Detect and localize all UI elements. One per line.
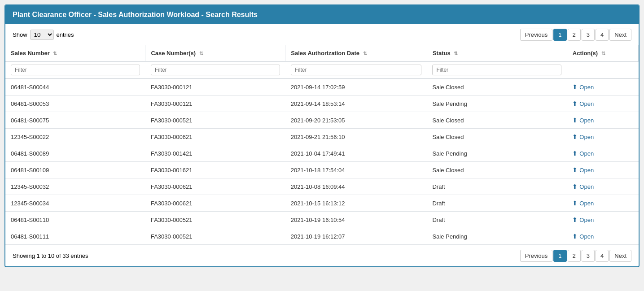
open-label: Open (579, 100, 594, 107)
sort-icon-sales-number[interactable]: ⇅ (53, 51, 57, 56)
open-link[interactable]: ⬆Open (572, 133, 633, 140)
previous-button-bottom[interactable]: Previous (520, 250, 553, 262)
next-button-top[interactable]: Next (609, 29, 631, 41)
table-row: 06481-S00089FA3030-0014212021-10-04 17:4… (5, 145, 639, 162)
open-label: Open (579, 200, 594, 207)
cell-action: ⬆Open (567, 112, 638, 129)
cell-sales-auth-date: 2021-10-15 16:13:12 (285, 195, 427, 212)
open-icon: ⬆ (572, 117, 578, 124)
cell-case-numbers: FA3030-000621 (145, 195, 285, 212)
filter-row (5, 61, 639, 78)
entries-select[interactable]: 102550100 (30, 30, 54, 40)
page-3-button-top[interactable]: 3 (582, 29, 595, 41)
cell-sales-number: 06481-S00111 (5, 228, 145, 245)
cell-sales-auth-date: 2021-09-21 21:56:10 (285, 129, 427, 145)
cell-sales-number: 06481-S00044 (5, 78, 145, 96)
sort-icon-status[interactable]: ⇅ (454, 51, 458, 56)
page-2-button-bottom[interactable]: 2 (568, 250, 581, 262)
sort-icon-actions[interactable]: ⇅ (601, 51, 605, 56)
cell-sales-number: 06481-S00053 (5, 96, 145, 112)
cell-action: ⬆Open (567, 228, 638, 245)
cell-status: Sale Closed (427, 78, 567, 96)
cell-case-numbers: FA3030-000121 (145, 96, 285, 112)
open-label: Open (579, 117, 594, 124)
page-4-button-top[interactable]: 4 (596, 29, 609, 41)
page-2-button-top[interactable]: 2 (568, 29, 581, 41)
col-header-status: Status ⇅ (427, 45, 567, 61)
open-link[interactable]: ⬆Open (572, 150, 633, 157)
open-link[interactable]: ⬆Open (572, 233, 633, 240)
page-4-button-bottom[interactable]: 4 (596, 250, 609, 262)
open-icon: ⬆ (572, 83, 578, 91)
page-1-button-bottom[interactable]: 1 (553, 250, 566, 262)
open-link[interactable]: ⬆Open (572, 117, 633, 124)
footer-summary: Showing 1 to 10 of 33 entries (13, 252, 88, 259)
cell-sales-auth-date: 2021-10-04 17:49:41 (285, 145, 427, 162)
table-row: 06481-S00044FA3030-0001212021-09-14 17:0… (5, 78, 639, 96)
page-1-button-top[interactable]: 1 (553, 29, 566, 41)
table-row: 06481-S00111FA3030-0005212021-10-19 16:1… (5, 228, 639, 245)
cell-status: Sale Closed (427, 112, 567, 129)
filter-input-case-numbers[interactable] (151, 65, 280, 75)
cell-sales-auth-date: 2021-09-14 17:02:59 (285, 78, 427, 96)
table-header-row: Sales Number ⇅ Case Number(s) ⇅ Sales Au… (5, 45, 639, 61)
filter-cell-sales-number (5, 61, 145, 78)
open-link[interactable]: ⬆Open (572, 166, 633, 174)
previous-button-top[interactable]: Previous (520, 29, 553, 41)
open-link[interactable]: ⬆Open (572, 100, 633, 107)
cell-sales-number: 12345-S00032 (5, 178, 145, 195)
cell-status: Sale Pending (427, 96, 567, 112)
table-row: 12345-S00032FA3030-0006212021-10-08 16:0… (5, 178, 639, 195)
cell-case-numbers: FA3030-001421 (145, 145, 285, 162)
open-link[interactable]: ⬆Open (572, 83, 633, 91)
filter-cell-status (427, 61, 567, 78)
cell-case-numbers: FA3030-000121 (145, 78, 285, 96)
cell-action: ⬆Open (567, 195, 638, 212)
open-link[interactable]: ⬆Open (572, 200, 633, 207)
cell-sales-number: 06481-S00110 (5, 212, 145, 228)
cell-action: ⬆Open (567, 78, 638, 96)
table-row: 06481-S00075FA3030-0005212021-09-20 21:5… (5, 112, 639, 129)
next-button-bottom[interactable]: Next (609, 250, 631, 262)
filter-input-status[interactable] (432, 65, 561, 75)
table-body: 06481-S00044FA3030-0001212021-09-14 17:0… (5, 78, 639, 245)
entries-label: entries (57, 31, 74, 38)
open-label: Open (579, 233, 594, 240)
cell-status: Draft (427, 195, 567, 212)
filter-input-sales-auth-date[interactable] (291, 65, 422, 75)
col-header-case-numbers: Case Number(s) ⇅ (145, 45, 285, 61)
cell-sales-auth-date: 2021-10-19 16:12:07 (285, 228, 427, 245)
filter-cell-sales-auth-date (285, 61, 427, 78)
cell-sales-number: 06481-S00075 (5, 112, 145, 129)
page-3-button-bottom[interactable]: 3 (582, 250, 595, 262)
cell-case-numbers: FA3030-001621 (145, 162, 285, 178)
cell-action: ⬆Open (567, 178, 638, 195)
cell-action: ⬆Open (567, 145, 638, 162)
cell-sales-auth-date: 2021-10-18 17:54:04 (285, 162, 427, 178)
cell-action: ⬆Open (567, 162, 638, 178)
open-icon: ⬆ (572, 150, 578, 157)
table-footer: Showing 1 to 10 of 33 entries Previous 1… (5, 245, 639, 266)
open-label: Open (579, 167, 594, 174)
filter-input-sales-number[interactable] (11, 65, 140, 75)
col-header-sales-number: Sales Number ⇅ (5, 45, 145, 61)
toolbar: Show 102550100 entries Previous 1 2 3 4 … (5, 24, 639, 45)
cell-sales-number: 12345-S00034 (5, 195, 145, 212)
pagination-top: Previous 1 2 3 4 Next (520, 29, 631, 41)
main-container: Plant Clearance Officer - Sales Authoriz… (4, 4, 640, 267)
sort-icon-case-numbers[interactable]: ⇅ (199, 51, 203, 56)
table-row: 06481-S00110FA3030-0005212021-10-19 16:1… (5, 212, 639, 228)
open-link[interactable]: ⬆Open (572, 216, 633, 223)
open-icon: ⬆ (572, 216, 578, 223)
page-title: Plant Clearance Officer - Sales Authoriz… (13, 11, 258, 18)
cell-action: ⬆Open (567, 96, 638, 112)
cell-status: Draft (427, 212, 567, 228)
cell-status: Sale Closed (427, 162, 567, 178)
open-label: Open (579, 84, 594, 91)
cell-status: Sale Pending (427, 228, 567, 245)
table-row: 12345-S00034FA3030-0006212021-10-15 16:1… (5, 195, 639, 212)
open-link[interactable]: ⬆Open (572, 183, 633, 190)
sort-icon-sales-auth-date[interactable]: ⇅ (363, 51, 367, 56)
cell-case-numbers: FA3030-000521 (145, 228, 285, 245)
table-row: 06481-S00109FA3030-0016212021-10-18 17:5… (5, 162, 639, 178)
